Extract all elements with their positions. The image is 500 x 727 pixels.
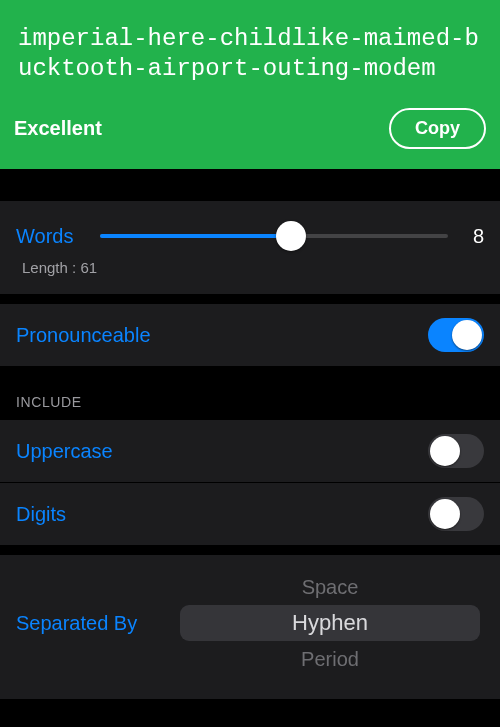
header: imperial-here-childlike-maimed-bucktooth…	[0, 0, 500, 169]
pronounceable-label: Pronounceable	[16, 324, 151, 347]
separator-option[interactable]: Period	[176, 641, 484, 677]
digits-toggle[interactable]	[428, 497, 484, 531]
length-readout: Length : 61	[0, 259, 500, 294]
separator-row: Separated By Space Hyphen Period	[0, 555, 500, 699]
words-value: 8	[464, 225, 484, 248]
uppercase-toggle[interactable]	[428, 434, 484, 468]
pronounceable-row: Pronounceable	[0, 304, 500, 366]
words-label: Words	[16, 225, 84, 248]
digits-row: Digits	[0, 483, 500, 545]
separator-label: Separated By	[16, 612, 176, 635]
generated-password: imperial-here-childlike-maimed-bucktooth…	[0, 0, 500, 102]
include-title: INCLUDE	[0, 366, 500, 420]
digits-label: Digits	[16, 503, 66, 526]
uppercase-row: Uppercase	[0, 420, 500, 482]
separator-picker[interactable]: Space Hyphen Period	[176, 569, 484, 677]
pronounceable-toggle[interactable]	[428, 318, 484, 352]
copy-button[interactable]: Copy	[389, 108, 486, 149]
words-slider[interactable]	[100, 221, 448, 251]
strength-label: Excellent	[14, 117, 102, 140]
uppercase-label: Uppercase	[16, 440, 113, 463]
words-panel: Words 8 Length : 61	[0, 201, 500, 294]
header-bar: Excellent Copy	[0, 102, 500, 159]
separator-option-selected[interactable]: Hyphen	[176, 605, 484, 641]
separator-option[interactable]: Space	[176, 569, 484, 605]
